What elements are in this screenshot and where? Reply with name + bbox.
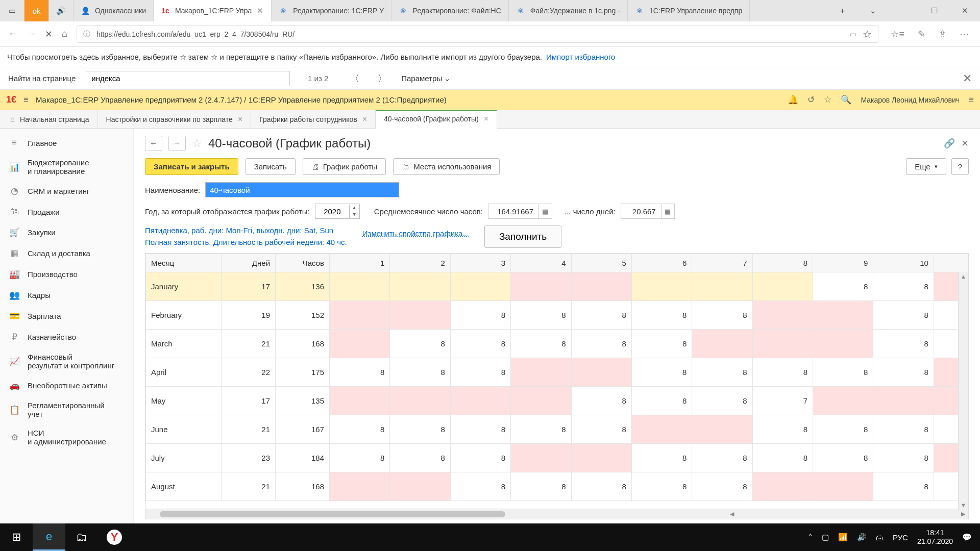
c1-tab[interactable]: Настройки и справочники по зарплате× [98, 110, 252, 128]
day-cell[interactable]: 8 [450, 444, 510, 472]
horizontal-scrollbar[interactable]: ◀▶ [145, 509, 968, 519]
fill-button[interactable]: Заполнить [484, 226, 561, 248]
day-cell[interactable] [571, 358, 631, 387]
notes-icon[interactable]: ✎ [918, 29, 925, 40]
day-cell[interactable] [571, 444, 631, 472]
find-close-button[interactable]: ✕ [963, 72, 972, 85]
c1-tab[interactable]: Графики работы сотрудников× [251, 110, 376, 128]
c1-logo-icon[interactable]: 1€ [6, 94, 16, 105]
day-cell[interactable]: 8 [631, 444, 692, 472]
sidebar-item[interactable]: ₽Казначейство [0, 327, 133, 347]
day-cell[interactable] [631, 272, 692, 301]
day-cell[interactable]: 8 [631, 472, 692, 501]
sidebar-item[interactable]: 🏭Производство [0, 264, 133, 285]
day-cell[interactable] [511, 387, 571, 415]
name-input[interactable] [205, 182, 399, 197]
day-cell[interactable]: 8 [631, 301, 692, 330]
sidebar-item[interactable]: ⚙НСИ и администрирование [0, 423, 133, 451]
sidebar-item[interactable]: 🛒Закупки [0, 222, 133, 243]
day-cell[interactable] [511, 444, 571, 472]
back-button[interactable]: ← [8, 29, 17, 39]
table-header[interactable]: 1 [330, 254, 390, 272]
c1-tab-close-icon[interactable]: × [362, 115, 367, 124]
tray-ime-icon[interactable]: 🖮 [876, 533, 884, 542]
day-cell[interactable]: 8 [692, 472, 752, 501]
sidebar-item[interactable]: 📊Бюджетирование и планирование [0, 153, 133, 181]
day-cell[interactable] [813, 301, 873, 330]
table-row[interactable]: March21168888888888 [146, 330, 969, 358]
table-header[interactable]: 8 [752, 254, 813, 272]
c1-tab[interactable]: ⌂Начальная страница [2, 110, 98, 128]
day-cell[interactable]: 8 [873, 301, 934, 330]
day-cell[interactable] [631, 415, 692, 444]
sound-icon[interactable]: 🔊 [49, 0, 74, 21]
table-row[interactable]: June21167888888887 [146, 415, 969, 444]
window-close-button[interactable]: ✕ [949, 0, 980, 21]
day-cell[interactable] [330, 472, 390, 501]
day-cell[interactable]: 8 [752, 415, 813, 444]
sidebar-item[interactable]: ≡Главное [0, 133, 133, 153]
tray-lang[interactable]: РУС [893, 533, 908, 542]
star-icon[interactable]: ☆ [824, 94, 831, 105]
bell-icon[interactable]: 🔔 [788, 94, 798, 105]
table-header[interactable]: 6 [631, 254, 692, 272]
day-cell[interactable] [450, 272, 510, 301]
find-input[interactable] [86, 71, 290, 86]
table-row[interactable]: January17136888 [146, 272, 969, 301]
day-cell[interactable]: 8 [571, 472, 631, 501]
c1-tab-close-icon[interactable]: × [238, 115, 242, 124]
browser-tab[interactable]: 👤Одноклассники [74, 0, 154, 21]
day-cell[interactable]: 8 [571, 301, 631, 330]
day-cell[interactable] [873, 387, 934, 415]
c1-menu-dots-icon[interactable]: ≡ [969, 95, 974, 105]
day-cell[interactable]: 8 [813, 415, 873, 444]
day-cell[interactable]: 8 [390, 444, 450, 472]
url-input[interactable]: ⓘ https://edu.1cfresh.com/a/edu_uc1_erp_… [77, 26, 879, 43]
window-maximize-button[interactable]: ☐ [919, 0, 949, 21]
table-header[interactable]: Дней [221, 254, 275, 272]
sidebar-item[interactable]: 👥Кадры [0, 285, 133, 306]
day-cell[interactable] [511, 358, 571, 387]
find-params-dropdown[interactable]: Параметры ⌄ [401, 74, 451, 83]
sidebar-item[interactable]: 📋Регламентированный учет [0, 396, 133, 423]
day-cell[interactable]: 8 [692, 358, 752, 387]
tabs-overview-icon[interactable]: ▭ [0, 0, 24, 21]
tab-close-icon[interactable]: ✕ [257, 6, 264, 15]
favorites-icon[interactable]: ☆≡ [891, 29, 904, 40]
day-cell[interactable]: 8 [873, 415, 934, 444]
table-header[interactable]: 7 [692, 254, 752, 272]
settings-icon[interactable]: ⋯ [960, 29, 969, 40]
table-header[interactable]: 11 [934, 254, 968, 272]
schedule-button[interactable]: 🖨График работы [303, 158, 386, 175]
table-header[interactable]: 2 [390, 254, 450, 272]
browser-tab[interactable]: ❀Редактирование: Файл:НС [391, 0, 509, 21]
day-cell[interactable]: 8 [571, 415, 631, 444]
avg-hours-calc-icon[interactable]: ▦ [539, 204, 552, 219]
day-cell[interactable]: 8 [450, 415, 510, 444]
table-header[interactable]: Месяц [146, 254, 222, 272]
day-cell[interactable]: 8 [511, 301, 571, 330]
search-icon[interactable]: 🔍 [841, 94, 851, 105]
site-info-icon[interactable]: ⓘ [83, 30, 90, 39]
year-input[interactable] [315, 204, 349, 218]
taskbar-yandex[interactable]: Y [98, 523, 131, 551]
day-cell[interactable]: 8 [873, 330, 934, 358]
c1-user-name[interactable]: Макаров Леонид Михайлович [861, 96, 960, 104]
table-header[interactable]: 4 [511, 254, 571, 272]
day-cell[interactable]: 8 [571, 330, 631, 358]
ok-app-icon[interactable]: ok [24, 0, 49, 21]
day-cell[interactable]: 8 [330, 358, 390, 387]
day-cell[interactable]: 8 [511, 330, 571, 358]
table-row[interactable]: February19152888888888 [146, 301, 969, 330]
tray-wifi-icon[interactable]: 📶 [838, 533, 848, 542]
tray-clock[interactable]: 18:4121.07.2020 [917, 529, 953, 546]
day-cell[interactable]: 8 [873, 272, 934, 301]
help-button[interactable]: ? [951, 158, 969, 175]
c1-tab[interactable]: 40-часовой (График работы)× [376, 110, 497, 129]
day-cell[interactable]: 8 [631, 387, 692, 415]
day-cell[interactable]: 8 [511, 472, 571, 501]
browser-tab[interactable]: ❀Файл:Удержание в 1с.png - [509, 0, 628, 21]
day-cell[interactable]: 8 [450, 358, 510, 387]
day-cell[interactable]: 8 [390, 358, 450, 387]
day-cell[interactable]: 8 [692, 444, 752, 472]
